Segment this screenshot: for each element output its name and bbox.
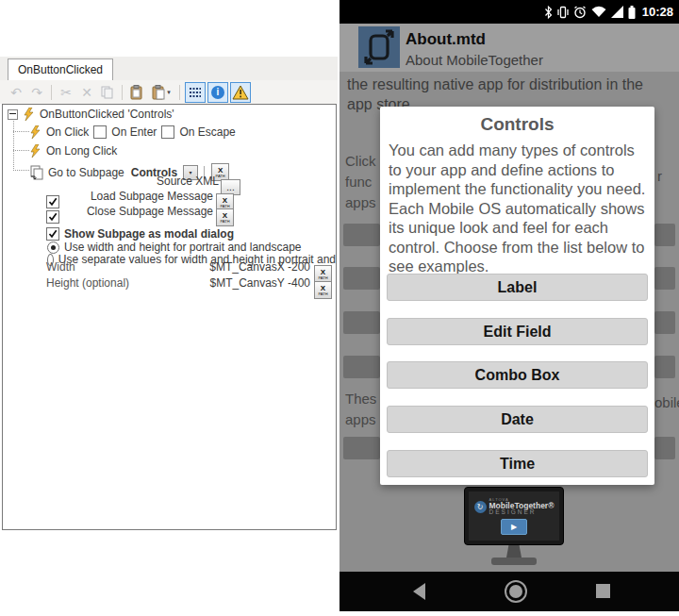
xpath-path: PATH — [318, 292, 327, 296]
date-button[interactable]: Date — [387, 406, 648, 433]
modal-dialog-checkbox[interactable] — [46, 227, 59, 241]
width-value[interactable]: $MT_CanvasX -200 — [209, 260, 310, 274]
modal-dialog-label: Show Subpage as modal dialog — [64, 227, 234, 241]
vibrate-icon — [557, 6, 569, 19]
toolbar-separator — [179, 85, 180, 100]
bg-text-fragment: Click — [345, 153, 376, 169]
delete-icon[interactable]: ✕ — [77, 83, 96, 102]
battery-icon — [628, 6, 636, 19]
toggle-warning-icon[interactable] — [230, 82, 251, 103]
toggle-info-icon[interactable]: i — [207, 82, 228, 103]
alarm-icon — [573, 6, 587, 19]
close-subpage-checkbox[interactable] — [46, 210, 59, 224]
play-button: ▶ — [501, 519, 527, 535]
toolbar-separator — [122, 85, 123, 100]
bg-button-fragment — [654, 267, 675, 290]
bg-button-fragment — [654, 437, 675, 459]
bg-text-fragment: Thes — [345, 391, 376, 407]
bg-text-fragment: apps — [345, 194, 376, 210]
status-time: 10:28 — [642, 5, 673, 19]
lightning-icon — [29, 144, 41, 158]
event-root-label: OnButtonClicked 'Controls' — [40, 108, 174, 121]
bg-button-fragment — [654, 224, 675, 246]
lightning-icon — [29, 125, 41, 139]
bluetooth-icon — [544, 6, 553, 19]
load-subpage-label: Load Subpage Message — [91, 190, 213, 203]
close-subpage-label: Close Subpage Message — [87, 205, 213, 218]
toggle-comments-icon[interactable] — [185, 82, 206, 103]
label-button[interactable]: Label — [387, 274, 648, 301]
back-icon[interactable] — [413, 583, 426, 600]
copy-icon[interactable] — [98, 83, 117, 102]
android-nav-bar — [340, 572, 679, 611]
designer-label: DESIGNER — [489, 509, 555, 516]
bg-button-fragment — [343, 224, 380, 246]
on-enter-label: On Enter — [111, 125, 157, 139]
radio-same-values[interactable] — [47, 241, 59, 254]
chevron-down-icon: ▾ — [167, 89, 171, 96]
tree-connector — [13, 170, 29, 171]
bg-button-fragment — [343, 437, 380, 459]
page-margin — [340, 611, 679, 616]
home-icon[interactable] — [504, 579, 528, 604]
subpage-icon — [29, 165, 44, 180]
monitor-stand — [506, 545, 522, 558]
app-subtitle: About MobileTogether — [406, 52, 543, 68]
mobiletogether-logo-icon: ↻ — [474, 501, 487, 513]
event-tree-panel: OnButtonClicked 'Controls' On Click On E… — [2, 104, 337, 530]
undo-icon[interactable]: ↶ — [7, 83, 25, 102]
on-escape-label: On Escape — [179, 125, 235, 139]
dialog-body-text: You can add many types of controls to yo… — [389, 141, 646, 276]
info-icon: i — [211, 86, 224, 99]
bg-text-fragment: apps — [345, 411, 376, 427]
paste-icon[interactable] — [127, 83, 146, 102]
tree-row-modal-dialog: Show Subpage as modal dialog — [46, 227, 234, 241]
bg-button-fragment — [343, 356, 380, 378]
designer-monitor-image: ↻ ALTOVA MobileTogether® DESIGNER ▶ — [464, 487, 564, 545]
tree-connector — [13, 150, 29, 151]
dialog-title: Controls — [380, 114, 654, 135]
monitor-screen: ↻ ALTOVA MobileTogether® DESIGNER ▶ — [469, 491, 559, 541]
check-icon — [48, 229, 58, 239]
go-to-subpage-label: Go to Subpage — [48, 166, 124, 179]
monitor-base — [491, 558, 537, 565]
width-label: Width — [46, 260, 75, 274]
tree-row-on-long-click[interactable]: On Long Click — [29, 144, 117, 158]
status-bar: 10:28 — [340, 0, 679, 24]
bg-text-fragment: obile — [654, 394, 679, 410]
app-header: About.mtd About MobileTogether — [340, 24, 679, 72]
check-icon — [48, 197, 58, 207]
tab-onbuttonclicked[interactable]: OnButtonClicked — [8, 58, 113, 80]
lightning-icon — [23, 108, 35, 121]
bg-button-fragment — [654, 311, 675, 334]
tab-strip: OnButtonClicked — [0, 57, 338, 80]
bg-text-fragment: r — [657, 168, 662, 184]
combo-box-button[interactable]: Combo Box — [387, 361, 648, 389]
height-value[interactable]: $MT_CanvasY -400 — [210, 276, 311, 290]
load-subpage-checkbox[interactable] — [46, 195, 59, 208]
tree-row-root[interactable]: OnButtonClicked 'Controls' — [8, 108, 174, 121]
on-escape-checkbox[interactable] — [161, 125, 174, 139]
on-enter-checkbox[interactable] — [93, 125, 107, 139]
collapse-icon[interactable] — [8, 109, 18, 120]
cut-icon[interactable]: ✂ — [57, 83, 75, 102]
edit-field-button[interactable]: Edit Field — [387, 318, 648, 345]
tree-row-radio-same: Use width and height for portrait and la… — [47, 241, 302, 254]
xpath-path: PATH — [318, 276, 327, 280]
paste-special-icon[interactable]: ▾ — [148, 83, 174, 102]
xpath-button[interactable]: X PATH — [216, 208, 234, 226]
mobiletogether-logo-icon — [363, 29, 395, 65]
phone-preview: 10:28 About.mtd About MobileTogether the… — [340, 0, 679, 611]
tree-row-on-click[interactable]: On Click On Enter On Escape — [29, 125, 236, 139]
recents-icon[interactable] — [596, 584, 610, 598]
xpath-button[interactable]: X PATH — [314, 281, 332, 299]
toolbar-separator — [51, 85, 52, 100]
toolbar: ↶ ↷ ✂ ✕ ▾ i — [0, 80, 338, 104]
on-long-click-label: On Long Click — [46, 144, 117, 158]
signal-icon — [611, 6, 623, 18]
time-button[interactable]: Time — [387, 450, 648, 477]
bg-button-fragment — [343, 311, 380, 334]
redo-icon[interactable]: ↷ — [27, 83, 46, 102]
wifi-icon — [591, 6, 606, 18]
tree-connector — [13, 116, 14, 171]
